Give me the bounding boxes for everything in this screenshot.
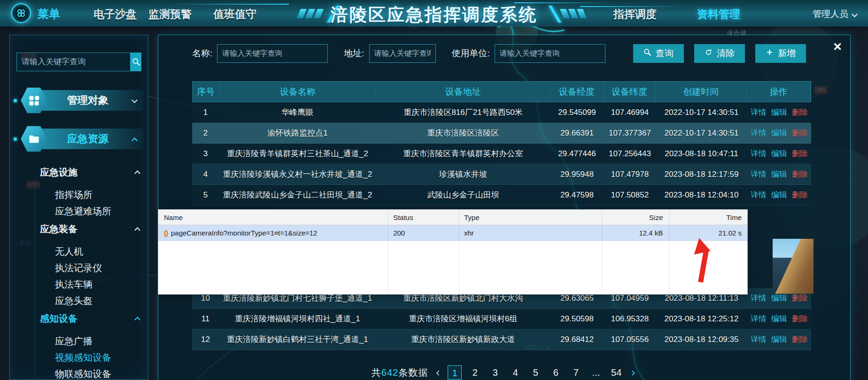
filter-label: 名称:: [192, 47, 212, 60]
delete-link[interactable]: 删除: [792, 148, 808, 159]
detail-link[interactable]: 详情: [751, 293, 767, 304]
prev-page-button[interactable]: ‹: [434, 366, 442, 379]
next-page-button[interactable]: ›: [629, 366, 637, 379]
app-root: 保合镇二圣镇武陵山乡G319G50069 菜单 电子沙盘监测预警值班值守 涪陵区…: [0, 0, 868, 380]
sidebar-tree-item[interactable]: 应急避难场所: [10, 203, 148, 220]
sidebar-search-input[interactable]: [16, 53, 131, 71]
devtools-column-header[interactable]: Name: [158, 210, 388, 225]
delete-link[interactable]: 删除: [792, 169, 808, 180]
page-button[interactable]: 54: [609, 365, 623, 380]
nav-item-1[interactable]: 监测预警: [148, 7, 192, 22]
pagination: 共642条数据‹1234567...54›: [158, 365, 850, 380]
devtools-column-header[interactable]: Size: [601, 210, 668, 225]
devtools-column-header[interactable]: Type: [458, 210, 601, 225]
devtools-network-panel: NameStatusTypeSizeTime () pageCameraInfo…: [158, 209, 748, 295]
nav-item-2[interactable]: 值班值守: [213, 7, 256, 22]
detail-link[interactable]: 详情: [751, 313, 767, 324]
table-row[interactable]: 12重庆涪陵新妙镇白鹤村三社干湾_通道_1重庆市涪陵区新妙镇新政大道29.684…: [192, 329, 811, 350]
row-actions: 详情编辑删除: [747, 185, 811, 205]
detail-link[interactable]: 详情: [751, 169, 767, 180]
detail-link[interactable]: 详情: [751, 334, 767, 345]
nav-item-0[interactable]: 电子沙盘: [93, 7, 137, 22]
detail-link[interactable]: 详情: [751, 107, 767, 118]
page-button[interactable]: 6: [549, 365, 563, 380]
search-button[interactable]: 查询: [633, 44, 684, 63]
edit-link[interactable]: 编辑: [771, 313, 787, 324]
edit-link[interactable]: 编辑: [771, 128, 787, 138]
table-row[interactable]: 5重庆涪陵武陵山乡金子山二社田坝_通道_2武陵山乡金子山田坝29.4759810…: [192, 185, 811, 205]
filter-input[interactable]: [495, 44, 605, 63]
delete-link[interactable]: 删除: [792, 107, 808, 118]
filter-bar: 名称: 地址: 使用单位: 查询 清除 新增: [192, 44, 806, 63]
sidebar-tree-item[interactable]: 应急设施: [10, 164, 148, 181]
menu-button[interactable]: 菜单: [38, 7, 60, 22]
page-button[interactable]: 1: [448, 365, 462, 380]
delete-link[interactable]: 删除: [792, 190, 808, 200]
network-request-row[interactable]: () pageCameraInfo?monitorType=1¤t=1&size…: [158, 225, 747, 241]
table-cell: 5: [192, 185, 219, 205]
sidebar-group-item[interactable]: 管理对象: [26, 89, 144, 112]
user-menu[interactable]: 管理人员: [813, 8, 857, 20]
detail-link[interactable]: 详情: [751, 128, 767, 138]
sidebar-tree-item[interactable]: 执法车辆: [10, 276, 148, 293]
table-row[interactable]: 4重庆涪陵珍溪镇永义村一社水井坡_通道_2珍溪镇水井坡29.95948107.4…: [192, 164, 811, 185]
table-cell: 重庆市涪陵区816厂21号路西50米: [376, 102, 550, 122]
add-button[interactable]: 新增: [755, 44, 806, 63]
menu-logo-icon[interactable]: [11, 3, 31, 23]
table-row[interactable]: 1华峰鹰眼重庆市涪陵区816厂21号路西50米29.545099107.4699…: [192, 102, 811, 123]
detail-link[interactable]: 详情: [751, 190, 767, 200]
delete-link[interactable]: 删除: [792, 128, 808, 138]
table-row[interactable]: 11重庆涪陵增福镇河坝村四社_通道_1重庆市涪陵区增福镇河坝村6组29.5059…: [192, 309, 811, 329]
clear-button[interactable]: 清除: [694, 44, 745, 63]
sidebar-search-button[interactable]: [131, 53, 141, 71]
sidebar-tree-item[interactable]: 应急头盔: [10, 293, 148, 309]
filter-input[interactable]: [217, 44, 328, 63]
page-ellipsis[interactable]: ...: [589, 365, 603, 380]
detail-link[interactable]: 详情: [751, 148, 767, 159]
edit-link[interactable]: 编辑: [771, 169, 787, 180]
table-cell: 11: [192, 309, 219, 329]
column-header: 设备经度: [550, 82, 604, 102]
sidebar-group-item[interactable]: 应急资源: [26, 128, 144, 150]
devtools-column-header[interactable]: Status: [388, 210, 458, 225]
sidebar-tree-item[interactable]: 执法记录仪: [10, 260, 148, 276]
table-header-row: 序号设备名称设备地址设备经度设备纬度创建时间操作: [192, 81, 811, 102]
column-header: 设备纬度: [604, 82, 656, 102]
filter-group-2: 使用单位:: [452, 44, 605, 63]
delete-link[interactable]: 删除: [792, 313, 808, 324]
delete-link[interactable]: 删除: [792, 293, 808, 304]
red-arrow-annotation: [690, 237, 720, 286]
sidebar-tree-item[interactable]: 指挥场所: [10, 187, 148, 203]
sidebar-tree-item[interactable]: 感知设备: [10, 311, 148, 327]
sidebar-tree-item[interactable]: 应急广播: [10, 333, 148, 350]
edit-link[interactable]: 编辑: [771, 293, 787, 304]
camera-photo-thumbnail[interactable]: [773, 239, 814, 294]
sidebar-tree-item[interactable]: 无人机: [10, 243, 148, 260]
close-icon[interactable]: ✕: [830, 40, 845, 54]
page-button[interactable]: 2: [468, 365, 482, 380]
tree-item-label: 应急广播: [55, 336, 93, 346]
nav-item-right-1[interactable]: 资料管理: [697, 7, 740, 22]
devtools-column-header[interactable]: Time: [668, 210, 747, 225]
devtools-header-row: NameStatusTypeSizeTime: [158, 210, 747, 225]
edit-link[interactable]: 编辑: [771, 190, 787, 200]
nav-item-right-0[interactable]: 指挥调度: [613, 7, 657, 22]
edit-link[interactable]: 编辑: [771, 334, 787, 345]
sidebar-tree-item[interactable]: 应急装备: [10, 221, 148, 237]
table-row[interactable]: 3重庆涪陵青羊镇群英村三社茶山_通道_2重庆市涪陵区青羊镇群英村办公室29.47…: [192, 144, 811, 164]
delete-link[interactable]: 删除: [792, 334, 808, 345]
table-cell: 华峰鹰眼: [219, 102, 376, 122]
page-button[interactable]: 3: [488, 365, 502, 380]
page-button[interactable]: 7: [569, 365, 583, 380]
page-button[interactable]: 4: [508, 365, 522, 380]
edit-link[interactable]: 编辑: [771, 107, 787, 118]
app-title: 涪陵区应急指挥调度系统: [331, 3, 537, 27]
table-row[interactable]: 2渝怀铁路监控点1重庆市涪陵区涪陵区29.66391107.3773672022…: [192, 123, 811, 144]
edit-link[interactable]: 编辑: [771, 148, 787, 159]
page-button[interactable]: 5: [528, 365, 542, 380]
table-cell: 2022-10-17 14:30:51: [656, 102, 747, 122]
filter-input[interactable]: [369, 44, 436, 63]
decor-dot: [14, 99, 17, 102]
sidebar-tree-item[interactable]: 物联感知设备: [10, 366, 148, 380]
sidebar-tree-item[interactable]: 视频感知设备: [10, 350, 148, 366]
